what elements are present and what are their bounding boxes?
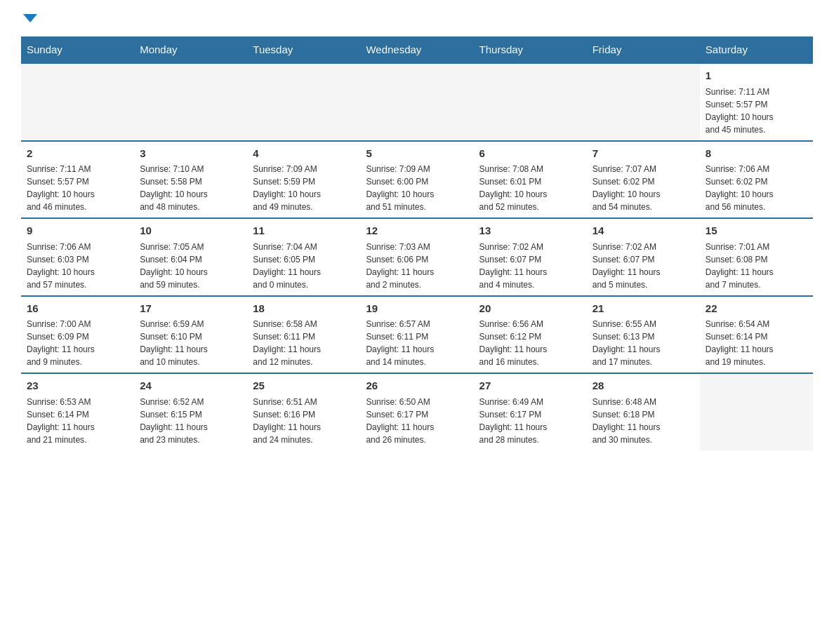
day-info-text: Sunset: 6:00 PM xyxy=(366,175,468,188)
calendar-day-cell: 28Sunrise: 6:48 AMSunset: 6:18 PMDayligh… xyxy=(587,373,700,450)
day-info-text: Sunrise: 7:10 AM xyxy=(140,163,241,175)
calendar-week-row: 1Sunrise: 7:11 AMSunset: 5:57 PMDaylight… xyxy=(21,63,813,141)
day-info-text: Sunset: 5:59 PM xyxy=(253,175,355,188)
calendar-day-cell xyxy=(21,63,134,141)
day-info-text: Daylight: 11 hours xyxy=(253,266,355,279)
logo xyxy=(21,14,37,22)
day-info-text: Sunrise: 7:02 AM xyxy=(593,241,694,253)
day-info-text: Daylight: 11 hours xyxy=(593,343,694,356)
day-info-text: and 14 minutes. xyxy=(366,356,468,368)
day-info-text: and 7 minutes. xyxy=(706,279,807,291)
day-info-text: Sunrise: 6:54 AM xyxy=(706,318,807,330)
day-info-text: Daylight: 11 hours xyxy=(706,343,807,356)
day-info-text: Sunrise: 6:57 AM xyxy=(366,318,468,330)
calendar-day-cell: 25Sunrise: 6:51 AMSunset: 6:16 PMDayligh… xyxy=(247,373,360,450)
calendar-day-cell: 1Sunrise: 7:11 AMSunset: 5:57 PMDaylight… xyxy=(700,63,813,141)
day-info-text: Daylight: 10 hours xyxy=(479,188,581,201)
day-info-text: and 2 minutes. xyxy=(366,279,468,291)
day-info-text: Sunrise: 6:59 AM xyxy=(140,318,241,330)
day-info-text: Sunset: 6:07 PM xyxy=(479,253,581,266)
day-info-text: Daylight: 10 hours xyxy=(27,266,128,279)
day-info-text: Sunset: 6:17 PM xyxy=(366,408,468,421)
day-info-text: Daylight: 10 hours xyxy=(253,188,355,201)
day-info-text: Sunrise: 6:51 AM xyxy=(253,396,355,408)
day-info-text: and 45 minutes. xyxy=(706,123,807,136)
day-info-text: Daylight: 11 hours xyxy=(253,343,355,356)
calendar-day-cell: 13Sunrise: 7:02 AMSunset: 6:07 PMDayligh… xyxy=(474,218,587,296)
day-info-text: Sunrise: 6:49 AM xyxy=(479,396,581,408)
calendar-day-cell xyxy=(700,373,813,450)
calendar-day-cell: 3Sunrise: 7:10 AMSunset: 5:58 PMDaylight… xyxy=(134,141,247,219)
day-info-text: Sunrise: 6:48 AM xyxy=(593,396,694,408)
weekday-header-thursday: Thursday xyxy=(474,36,587,63)
day-info-text: Sunset: 6:09 PM xyxy=(27,330,128,343)
day-info-text: Sunset: 6:13 PM xyxy=(593,330,694,343)
day-info-text: and 52 minutes. xyxy=(479,201,581,213)
calendar-day-cell: 15Sunrise: 7:01 AMSunset: 6:08 PMDayligh… xyxy=(700,218,813,296)
weekday-header-wednesday: Wednesday xyxy=(360,36,473,63)
day-info-text: Sunrise: 6:53 AM xyxy=(27,396,128,408)
day-number: 28 xyxy=(593,378,694,394)
day-info-text: Sunrise: 7:02 AM xyxy=(479,241,581,253)
day-info-text: and 30 minutes. xyxy=(593,434,694,446)
day-info-text: and 49 minutes. xyxy=(253,201,355,213)
day-info-text: Sunrise: 7:04 AM xyxy=(253,241,355,253)
day-info-text: Daylight: 10 hours xyxy=(140,188,241,201)
day-info-text: Sunrise: 7:09 AM xyxy=(366,163,468,175)
day-number: 1 xyxy=(706,68,807,84)
day-info-text: Daylight: 10 hours xyxy=(27,188,128,201)
calendar-day-cell: 9Sunrise: 7:06 AMSunset: 6:03 PMDaylight… xyxy=(21,218,134,296)
weekday-header-friday: Friday xyxy=(587,36,700,63)
day-info-text: Daylight: 10 hours xyxy=(706,111,807,123)
day-info-text: and 4 minutes. xyxy=(479,279,581,291)
day-info-text: Sunset: 6:14 PM xyxy=(27,408,128,421)
day-info-text: Sunset: 6:14 PM xyxy=(706,330,807,343)
weekday-header-tuesday: Tuesday xyxy=(247,36,360,63)
weekday-header-sunday: Sunday xyxy=(21,36,134,63)
weekday-header-saturday: Saturday xyxy=(700,36,813,63)
calendar-day-cell: 10Sunrise: 7:05 AMSunset: 6:04 PMDayligh… xyxy=(134,218,247,296)
day-info-text: Daylight: 11 hours xyxy=(479,421,581,434)
day-number: 11 xyxy=(253,223,355,239)
day-number: 14 xyxy=(593,223,694,239)
day-info-text: and 5 minutes. xyxy=(593,279,694,291)
calendar-day-cell: 14Sunrise: 7:02 AMSunset: 6:07 PMDayligh… xyxy=(587,218,700,296)
day-info-text: and 12 minutes. xyxy=(253,356,355,368)
logo-triangle-icon xyxy=(23,14,37,22)
day-info-text: and 51 minutes. xyxy=(366,201,468,213)
day-number: 21 xyxy=(593,301,694,317)
day-info-text: and 17 minutes. xyxy=(593,356,694,368)
calendar-week-row: 23Sunrise: 6:53 AMSunset: 6:14 PMDayligh… xyxy=(21,373,813,450)
day-number: 23 xyxy=(27,378,128,394)
day-info-text: and 0 minutes. xyxy=(253,279,355,291)
day-info-text: Sunrise: 6:56 AM xyxy=(479,318,581,330)
calendar-day-cell: 22Sunrise: 6:54 AMSunset: 6:14 PMDayligh… xyxy=(700,296,813,374)
day-info-text: Sunrise: 7:03 AM xyxy=(366,241,468,253)
day-number: 19 xyxy=(366,301,468,317)
calendar-day-cell: 19Sunrise: 6:57 AMSunset: 6:11 PMDayligh… xyxy=(360,296,473,374)
calendar-day-cell: 27Sunrise: 6:49 AMSunset: 6:17 PMDayligh… xyxy=(474,373,587,450)
day-info-text: Sunrise: 7:07 AM xyxy=(593,163,694,175)
calendar-day-cell: 6Sunrise: 7:08 AMSunset: 6:01 PMDaylight… xyxy=(474,141,587,219)
calendar-table: SundayMondayTuesdayWednesdayThursdayFrid… xyxy=(21,36,813,450)
day-info-text: Sunset: 6:07 PM xyxy=(593,253,694,266)
weekday-header-row: SundayMondayTuesdayWednesdayThursdayFrid… xyxy=(21,36,813,63)
day-info-text: Sunrise: 7:00 AM xyxy=(27,318,128,330)
day-info-text: and 19 minutes. xyxy=(706,356,807,368)
day-info-text: Sunset: 5:57 PM xyxy=(27,175,128,188)
day-number: 24 xyxy=(140,378,241,394)
day-info-text: and 9 minutes. xyxy=(27,356,128,368)
calendar-day-cell: 8Sunrise: 7:06 AMSunset: 6:02 PMDaylight… xyxy=(700,141,813,219)
calendar-day-cell: 24Sunrise: 6:52 AMSunset: 6:15 PMDayligh… xyxy=(134,373,247,450)
day-info-text: Sunrise: 7:11 AM xyxy=(706,86,807,98)
day-info-text: Sunrise: 7:09 AM xyxy=(253,163,355,175)
day-info-text: and 16 minutes. xyxy=(479,356,581,368)
day-info-text: Sunrise: 6:50 AM xyxy=(366,396,468,408)
calendar-day-cell: 21Sunrise: 6:55 AMSunset: 6:13 PMDayligh… xyxy=(587,296,700,374)
day-info-text: Sunset: 5:58 PM xyxy=(140,175,241,188)
day-number: 26 xyxy=(366,378,468,394)
day-info-text: Daylight: 11 hours xyxy=(27,343,128,356)
day-number: 10 xyxy=(140,223,241,239)
page-header xyxy=(21,14,813,22)
day-number: 5 xyxy=(366,146,468,162)
